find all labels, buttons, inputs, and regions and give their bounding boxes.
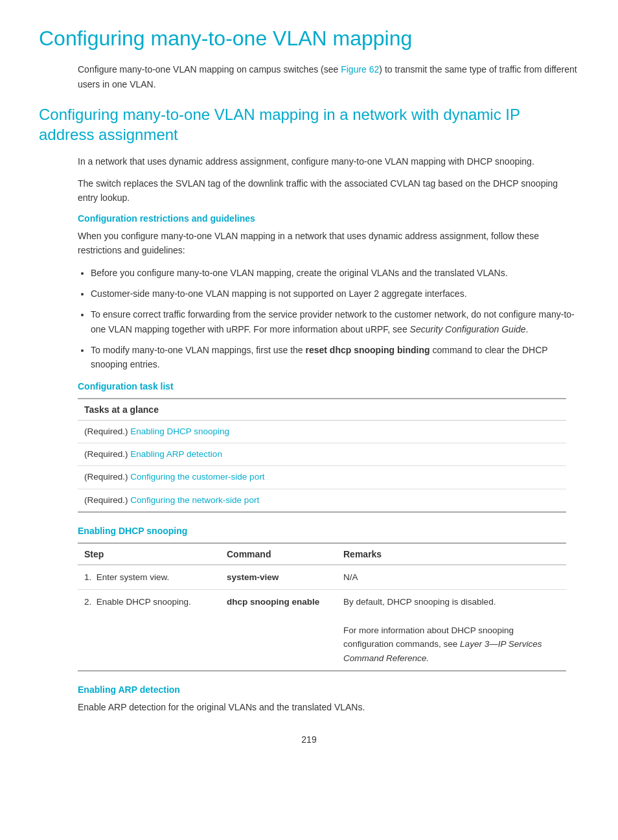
step-2-cmd: dhcp snooping enable <box>220 590 337 671</box>
config-task-list-heading: Configuration task list <box>78 381 579 391</box>
enabling-arp-heading: Enabling ARP detection <box>78 684 579 695</box>
task-row-2: (Required.) Enabling ARP detection <box>78 443 566 466</box>
page-title: Configuring many-to-one VLAN mapping <box>39 26 579 51</box>
body-para2: The switch replaces the SVLAN tag of the… <box>78 176 579 205</box>
task-list-table: Tasks at a glance (Required.) Enabling D… <box>78 398 566 513</box>
step-1-cell: 1. Enter system view. <box>78 565 220 590</box>
restrictions-list: Before you configure many-to-one VLAN ma… <box>91 266 579 372</box>
enabling-dhcp-heading: Enabling DHCP snooping <box>78 526 579 536</box>
task-row-4: (Required.) Configuring the network-side… <box>78 489 566 512</box>
bullet-4: To modify many-to-one VLAN mappings, fir… <box>91 343 579 372</box>
figure62-link[interactable]: Figure 62 <box>341 64 379 75</box>
l3-ref: Layer 3—IP Services Command Reference. <box>343 639 542 663</box>
table-row: 2. Enable DHCP snooping. dhcp snooping e… <box>78 590 566 671</box>
step-2-num: 2. <box>84 597 91 607</box>
task-link-3[interactable]: Configuring the customer-side port <box>130 472 264 482</box>
section-title-dynamic: Configuring many-to-one VLAN mapping in … <box>39 104 579 145</box>
step-2-cell: 2. Enable DHCP snooping. <box>78 590 220 671</box>
step-1-cmd: system-view <box>220 565 337 590</box>
table-row: (Required.) Configuring the customer-sid… <box>78 466 566 489</box>
command-bold: reset dhcp snooping binding <box>305 345 429 355</box>
table-row: (Required.) Enabling DHCP snooping <box>78 420 566 443</box>
config-restrictions-heading: Configuration restrictions and guideline… <box>78 213 579 224</box>
dhcp-snooping-table: Step Command Remarks 1. Enter system vie… <box>78 542 566 672</box>
body-para1: In a network that uses dynamic address a… <box>78 154 579 169</box>
cmd-header-command: Command <box>220 543 337 565</box>
table-row: 1. Enter system view. system-view N/A <box>78 565 566 590</box>
task-link-4[interactable]: Configuring the network-side port <box>130 495 259 505</box>
cmd-header-remarks: Remarks <box>337 543 566 565</box>
arp-detection-para: Enable ARP detection for the original VL… <box>78 700 579 714</box>
step-1-num: 1. <box>84 572 91 582</box>
page-number: 219 <box>39 734 579 745</box>
intro-paragraph: Configure many-to-one VLAN mapping on ca… <box>78 62 579 91</box>
task-row-1: (Required.) Enabling DHCP snooping <box>78 420 566 443</box>
step-1-remarks: N/A <box>337 565 566 590</box>
task-link-2[interactable]: Enabling ARP detection <box>130 449 222 459</box>
table-row: (Required.) Configuring the network-side… <box>78 489 566 512</box>
bullet-2: Customer-side many-to-one VLAN mapping i… <box>91 286 579 301</box>
bullet-1: Before you configure many-to-one VLAN ma… <box>91 266 579 280</box>
task-row-3: (Required.) Configuring the customer-sid… <box>78 466 566 489</box>
task-link-1[interactable]: Enabling DHCP snooping <box>130 426 229 436</box>
cmd-header-step: Step <box>78 543 220 565</box>
task-table-header: Tasks at a glance <box>78 399 566 421</box>
restrictions-intro: When you configure many-to-one VLAN mapp… <box>78 229 579 258</box>
step-2-remarks: By default, DHCP snooping is disabled. F… <box>337 590 566 671</box>
bullet-3: To ensure correct traffic forwarding fro… <box>91 307 579 336</box>
table-row: (Required.) Enabling ARP detection <box>78 443 566 466</box>
security-guide-ref: Security Configuration Guide <box>410 324 526 334</box>
